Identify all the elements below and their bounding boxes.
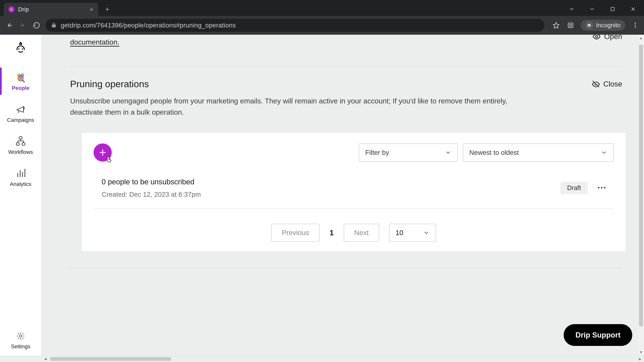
sort-select[interactable]: Newest to oldest xyxy=(463,143,614,162)
svg-point-33 xyxy=(601,187,602,188)
sidebar-item-settings[interactable]: Settings xyxy=(0,325,41,356)
toolbar-right: Incognito xyxy=(549,20,640,31)
operation-row[interactable]: 0 people to be unsubscribed Created: Dec… xyxy=(94,178,614,209)
more-menu-icon[interactable] xyxy=(598,187,606,190)
nav-back-button[interactable] xyxy=(4,21,14,30)
app-sidebar: People Campaigns Workflows xyxy=(0,35,42,356)
incognito-chip[interactable]: Incognito xyxy=(580,20,625,31)
browser-titlebar: Drip × + xyxy=(0,0,644,16)
svg-point-14 xyxy=(18,48,19,50)
card-toolbar: Filter by Newest to oldest xyxy=(94,143,614,162)
page-size-value: 10 xyxy=(396,229,403,237)
tab-title: Drip xyxy=(18,6,29,13)
scroll-up-icon[interactable]: ▲ xyxy=(638,35,644,41)
main-content: Open documentation. Pruning operations U… xyxy=(42,35,644,356)
window-close-icon[interactable] xyxy=(630,6,636,12)
svg-point-11 xyxy=(635,23,636,24)
window-maximize-icon[interactable] xyxy=(610,6,616,12)
tab-favicon xyxy=(8,6,14,12)
open-toggle[interactable]: Open xyxy=(592,35,622,41)
operation-created: Created: Dec 12, 2023 at 6:37pm xyxy=(102,191,201,198)
svg-point-12 xyxy=(635,25,636,26)
pagination-prev-button[interactable]: Previous xyxy=(271,224,320,242)
svg-rect-22 xyxy=(16,143,19,145)
vertical-scrollbar[interactable]: ▲ ▼ xyxy=(638,35,644,356)
svg-marker-6 xyxy=(553,22,559,28)
scroll-thumb[interactable] xyxy=(639,45,643,326)
svg-line-20 xyxy=(22,80,24,82)
browser-toolbar: getdrip.com/7641396/people/operations#pr… xyxy=(0,16,644,35)
svg-point-9 xyxy=(588,25,589,27)
pagination: Previous 1 Next 10 xyxy=(94,224,614,242)
new-tab-button[interactable]: + xyxy=(103,4,112,14)
address-bar[interactable]: getdrip.com/7641396/people/operations#pr… xyxy=(46,19,544,32)
scroll-left-icon[interactable]: ◄ xyxy=(42,356,49,362)
close-label: Close xyxy=(604,80,622,88)
pagination-current-page: 1 xyxy=(330,229,334,237)
sidebar-item-label: Workflows xyxy=(8,149,33,155)
svg-rect-23 xyxy=(22,143,25,145)
app-logo[interactable] xyxy=(13,40,28,55)
svg-point-34 xyxy=(604,187,606,188)
section-description: Unsubscribe unengaged people from your m… xyxy=(70,95,536,118)
browser-window: Drip × + xyxy=(0,0,644,362)
section-divider xyxy=(70,66,622,67)
section-title: Pruning operations xyxy=(70,78,536,89)
window-controls xyxy=(569,6,644,16)
svg-point-29 xyxy=(596,35,598,38)
card-divider xyxy=(70,268,622,268)
filter-select[interactable]: Filter by xyxy=(359,143,458,162)
cursor-icon xyxy=(106,156,113,163)
lock-icon xyxy=(51,22,57,28)
svg-rect-1 xyxy=(611,7,614,11)
section-header-row: Pruning operations Unsubscribe unengaged… xyxy=(70,78,622,118)
sidebar-item-label: Analytics xyxy=(10,181,31,187)
sidebar-item-label: Settings xyxy=(11,344,30,350)
incognito-icon xyxy=(585,21,593,29)
incognito-label: Incognito xyxy=(596,22,620,29)
sort-value: Newest to oldest xyxy=(469,149,519,156)
add-operation-button[interactable] xyxy=(94,143,112,162)
svg-point-10 xyxy=(589,25,591,27)
sidebar-item-people[interactable]: People xyxy=(0,65,41,97)
scroll-right-icon[interactable]: ► xyxy=(636,356,644,362)
nav-reload-button[interactable] xyxy=(32,21,41,30)
extensions-icon[interactable] xyxy=(566,21,575,30)
window-minimize-icon[interactable] xyxy=(589,6,595,12)
browser-tab[interactable]: Drip × xyxy=(4,3,98,16)
pagination-next-button[interactable]: Next xyxy=(344,224,379,242)
svg-point-13 xyxy=(635,27,636,28)
sidebar-item-analytics[interactable]: Analytics xyxy=(0,161,41,193)
sidebar-item-campaigns[interactable]: Campaigns xyxy=(0,97,41,129)
sidebar-item-label: Campaigns xyxy=(7,117,34,123)
svg-rect-21 xyxy=(19,137,22,139)
filter-placeholder: Filter by xyxy=(365,149,389,156)
scroll-down-icon[interactable]: ▼ xyxy=(638,349,644,356)
page-size-select[interactable]: 10 xyxy=(389,224,436,242)
sidebar-item-workflows[interactable]: Workflows xyxy=(0,129,41,161)
url-text: getdrip.com/7641396/people/operations#pr… xyxy=(61,22,236,29)
svg-point-32 xyxy=(598,187,600,188)
status-badge: Draft xyxy=(560,182,588,194)
bookmark-star-icon[interactable] xyxy=(552,21,560,30)
scroll-thumb[interactable] xyxy=(50,357,171,361)
support-button[interactable]: Drip Support xyxy=(564,324,632,346)
close-toggle[interactable]: Close xyxy=(592,80,622,88)
open-label: Open xyxy=(604,35,622,41)
support-label: Drip Support xyxy=(576,331,620,339)
page-viewport: People Campaigns Workflows xyxy=(0,35,644,356)
nav-forward-button xyxy=(18,21,28,30)
svg-point-15 xyxy=(22,48,23,50)
kebab-menu-icon[interactable] xyxy=(631,21,640,30)
svg-point-18 xyxy=(19,76,23,80)
sidebar-item-label: People xyxy=(12,85,30,91)
svg-rect-8 xyxy=(570,24,572,26)
tab-search-icon[interactable] xyxy=(569,6,574,12)
operations-card: Filter by Newest to oldest 0 people to b… xyxy=(82,133,626,251)
svg-rect-7 xyxy=(568,23,573,28)
horizontal-scrollbar[interactable]: ◄ ► xyxy=(0,356,644,362)
operation-title: 0 people to be unsubscribed xyxy=(102,178,201,186)
tab-close-icon[interactable]: × xyxy=(90,6,94,13)
svg-point-28 xyxy=(20,335,22,337)
documentation-link[interactable]: documentation. xyxy=(70,38,120,46)
